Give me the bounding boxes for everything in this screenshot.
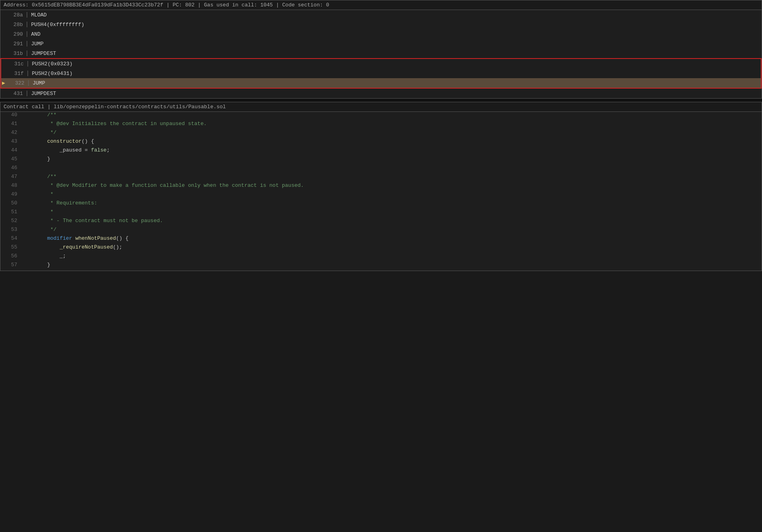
line-number: 291: [0, 41, 24, 47]
line-number: 48: [0, 182, 20, 188]
line-number: 53: [0, 227, 20, 233]
table-row: 31f | PUSH2(0x0431): [1, 69, 761, 78]
line-number: 40: [0, 112, 20, 118]
list-item: 43 constructor() {: [0, 138, 762, 147]
line-number: 56: [0, 253, 20, 259]
opcode: JUMP: [29, 41, 43, 47]
line-number: 431: [0, 91, 24, 97]
line-number: 42: [0, 129, 20, 136]
line-number: 51: [0, 209, 20, 215]
source-code: *: [20, 209, 53, 215]
list-item: 50 * Requirements:: [0, 200, 762, 209]
opcode: JUMPDEST: [29, 91, 56, 97]
opcode: AND: [29, 31, 40, 37]
table-row: 291 | JUMP: [0, 39, 762, 49]
source-code: /**: [20, 174, 57, 180]
opcode: PUSH2(0x0323): [30, 61, 72, 67]
bytecode-panel: Address: 0x5615dEB798BB3E4dFa0139dFa1b3D…: [0, 0, 762, 99]
list-item: 49 *: [0, 191, 762, 200]
source-code: * Requirements:: [20, 200, 97, 206]
list-item: 55 _requireNotPaused();: [0, 244, 762, 253]
list-item: 57 }: [0, 262, 762, 271]
source-code: *: [20, 191, 53, 197]
line-number: 44: [0, 147, 20, 153]
line-number: 31b: [0, 51, 24, 57]
source-code: [20, 165, 25, 171]
source-code: * @dev Modifier to make a function calla…: [20, 182, 304, 188]
table-row: 28b | PUSH4(0xffffffff): [0, 20, 762, 29]
list-item: 45 }: [0, 156, 762, 165]
line-number: 47: [0, 174, 20, 180]
opcode: PUSH2(0x0431): [30, 71, 72, 77]
opcode: PUSH4(0xffffffff): [29, 22, 84, 28]
list-item: 46: [0, 165, 762, 174]
table-row: 290 | AND: [0, 29, 762, 39]
bytecode-header: Address: 0x5615dEB798BB3E4dFa0139dFa1b3D…: [0, 0, 762, 10]
source-code: */: [20, 129, 57, 136]
line-number: 31f: [1, 71, 25, 77]
line-number: 28b: [0, 22, 24, 28]
list-item: 53 */: [0, 227, 762, 235]
source-code: /**: [20, 112, 57, 118]
table-row: ▶ 322 | JUMP: [1, 78, 761, 88]
source-panel: Contract call | lib/openzeppelin-contrac…: [0, 102, 762, 271]
list-item: 52 * - The contract must not be paused.: [0, 218, 762, 227]
line-number: 52: [0, 218, 20, 224]
line-number: 57: [0, 262, 20, 268]
line-number: 50: [0, 200, 20, 206]
panel-divider: [0, 99, 762, 102]
opcode: JUMP: [31, 80, 45, 86]
line-number: 49: [0, 191, 20, 197]
source-code: _requireNotPaused();: [20, 244, 122, 250]
source-code: * @dev Initializes the contract in unpau…: [20, 121, 207, 127]
line-number: 55: [0, 244, 20, 250]
source-code: _paused = false;: [20, 147, 110, 153]
list-item: 51 *: [0, 209, 762, 218]
list-item: 40 /**: [0, 112, 762, 121]
source-code: }: [20, 156, 50, 162]
current-instruction-arrow: ▶: [1, 80, 5, 86]
source-code: constructor() {: [20, 138, 94, 144]
line-number: 54: [0, 235, 20, 241]
source-code: }: [20, 262, 50, 268]
line-number: 41: [0, 121, 20, 127]
source-code: _;: [20, 253, 66, 259]
opcode: JUMPDEST: [29, 51, 56, 57]
opcode: MLOAD: [29, 12, 47, 18]
list-item: 48 * @dev Modifier to make a function ca…: [0, 182, 762, 191]
line-number: 290: [0, 31, 24, 37]
source-code: modifier whenNotPaused() {: [20, 235, 128, 241]
table-row: 28a | MLOAD: [0, 10, 762, 20]
line-number: 31c: [1, 61, 25, 67]
source-code: * - The contract must not be paused.: [20, 218, 163, 224]
table-row: 31b | JUMPDEST: [0, 49, 762, 58]
table-row: 31c | PUSH2(0x0323): [1, 59, 761, 69]
list-item: 44 _paused = false;: [0, 147, 762, 156]
line-number: 45: [0, 156, 20, 162]
source-code: */: [20, 227, 57, 233]
list-item: 41 * @dev Initializes the contract in un…: [0, 121, 762, 129]
list-item: 47 /**: [0, 174, 762, 182]
bytecode-lines: 28a | MLOAD 28b | PUSH4(0xffffffff) 290 …: [0, 10, 762, 98]
line-number: 322: [5, 80, 26, 86]
table-row: 431 | JUMPDEST: [0, 89, 762, 98]
source-lines: 40 /** 41 * @dev Initializes the contrac…: [0, 112, 762, 271]
list-item: 42 */: [0, 129, 762, 138]
list-item: 54 modifier whenNotPaused() {: [0, 235, 762, 244]
line-number: 43: [0, 138, 20, 144]
source-header: Contract call | lib/openzeppelin-contrac…: [0, 102, 762, 112]
selected-instruction-group: 31c | PUSH2(0x0323) 31f | PUSH2(0x0431) …: [0, 58, 762, 89]
line-number: 46: [0, 165, 20, 171]
line-number: 28a: [0, 12, 24, 18]
list-item: 56 _;: [0, 253, 762, 262]
